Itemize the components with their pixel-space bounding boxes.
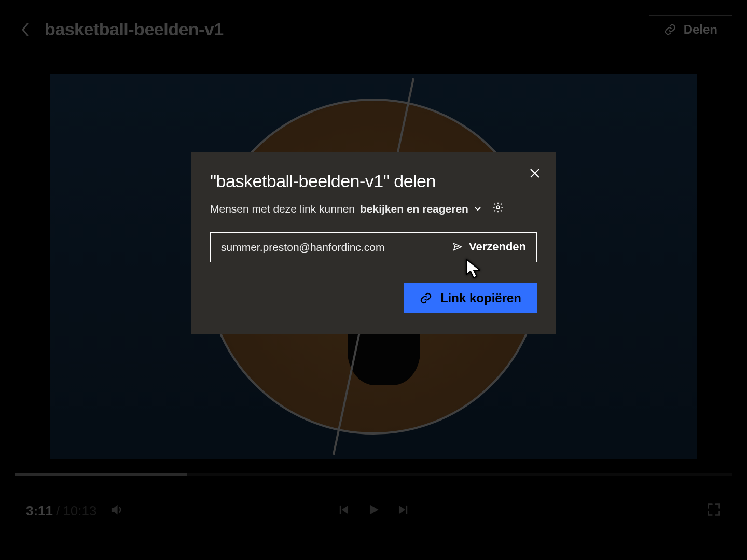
svg-rect-1	[406, 506, 407, 513]
volume-button[interactable]	[110, 502, 125, 519]
permission-mode[interactable]: bekijken en reageren	[360, 203, 468, 215]
send-icon	[452, 242, 463, 252]
progress-fill	[15, 473, 187, 476]
permission-prefix: Mensen met deze link kunnen	[210, 203, 355, 215]
link-icon	[664, 23, 676, 36]
fullscreen-icon	[707, 502, 721, 517]
permission-dropdown[interactable]	[474, 203, 482, 215]
prev-frame-button[interactable]	[338, 503, 351, 519]
send-button[interactable]: Verzenden	[452, 240, 526, 255]
share-button-label: Delen	[684, 22, 717, 37]
chevron-left-icon	[21, 23, 30, 36]
svg-rect-0	[340, 506, 341, 513]
close-icon	[529, 167, 541, 179]
copy-link-label: Link kopiëren	[440, 291, 521, 305]
player-controls: 3:11/10:13	[15, 473, 732, 545]
chevron-down-icon	[474, 204, 482, 213]
fullscreen-button[interactable]	[707, 502, 721, 519]
back-button[interactable]	[19, 23, 32, 36]
permission-line: Mensen met deze link kunnen bekijken en …	[210, 202, 537, 216]
header: basketball-beelden-v1 Delen	[0, 0, 747, 59]
link-icon	[420, 292, 432, 304]
svg-point-2	[496, 206, 500, 209]
modal-title: "basketball-beelden-v1" delen	[210, 171, 537, 191]
prev-frame-icon	[338, 503, 351, 516]
next-frame-icon	[396, 503, 409, 516]
time-display: 3:11/10:13	[26, 503, 96, 519]
gear-icon	[492, 202, 504, 213]
copy-link-button[interactable]: Link kopiëren	[404, 283, 537, 313]
email-box: Verzenden	[210, 232, 537, 262]
volume-icon	[110, 502, 125, 517]
progress-track[interactable]	[15, 473, 732, 476]
permission-settings-button[interactable]	[492, 202, 504, 216]
send-label: Verzenden	[469, 240, 526, 254]
current-time: 3:11	[26, 503, 53, 519]
share-button[interactable]: Delen	[649, 15, 732, 44]
play-icon	[367, 503, 380, 516]
email-input[interactable]	[221, 241, 452, 254]
close-button[interactable]	[527, 165, 543, 181]
play-button[interactable]	[367, 503, 380, 519]
page-title: basketball-beelden-v1	[45, 19, 224, 39]
next-frame-button[interactable]	[396, 503, 409, 519]
total-time: 10:13	[63, 503, 96, 519]
share-modal: "basketball-beelden-v1" delen Mensen met…	[191, 152, 556, 334]
